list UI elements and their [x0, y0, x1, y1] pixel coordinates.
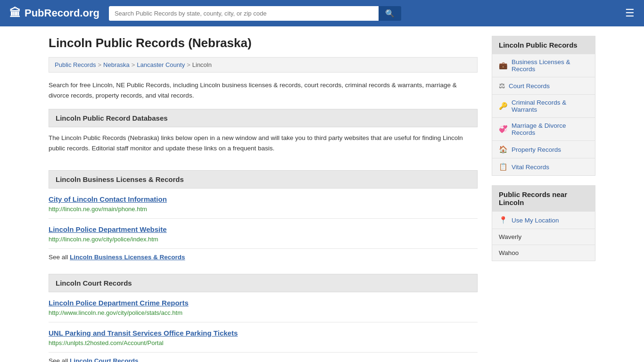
sidebar-records-box: Lincoln Public Records 💼 Business Licens…: [492, 36, 595, 176]
court-header: Lincoln Court Records: [49, 274, 478, 292]
search-input[interactable]: [109, 6, 379, 21]
lincoln-crime-reports-url[interactable]: http://www.lincoln.ne.gov/city/police/st…: [49, 309, 182, 316]
sidebar-item-business-label: Business Licenses & Records: [512, 58, 588, 73]
lincoln-crime-reports-link[interactable]: Lincoln Police Department Crime Reports: [49, 299, 478, 307]
sidebar-item-vital-label: Vital Records: [512, 164, 549, 171]
court-record-2: UNL Parking and Transit Services Office …: [49, 322, 478, 353]
logo-icon: 🏛: [9, 7, 21, 20]
business-header: Lincoln Business Licenses & Records: [49, 170, 478, 189]
location-icon: 📍: [499, 216, 508, 224]
sidebar-nearby-title: Public Records near Lincoln: [492, 186, 595, 211]
databases-header: Lincoln Public Record Databases: [49, 109, 478, 127]
use-location-label: Use My Location: [512, 217, 559, 224]
sidebar: Lincoln Public Records 💼 Business Licens…: [492, 36, 595, 362]
clipboard-icon: 📋: [499, 163, 508, 171]
header: 🏛 PubRecord.org 🔍 ☰: [0, 0, 644, 26]
breadcrumb-sep-2: >: [132, 61, 135, 68]
search-button[interactable]: 🔍: [379, 6, 401, 21]
sidebar-nearby-wahoo[interactable]: Wahoo: [492, 245, 595, 261]
sidebar-nearby-waverly[interactable]: Waverly: [492, 229, 595, 245]
business-section: Lincoln Business Licenses & Records City…: [49, 170, 478, 263]
sidebar-item-marriage[interactable]: 💞 Marriage & Divorce Records: [492, 117, 595, 140]
breadcrumb-lancaster[interactable]: Lancaster County: [137, 61, 185, 68]
court-record-1: Lincoln Police Department Crime Reports …: [49, 292, 478, 322]
court-see-all-link[interactable]: Lincoln Court Records: [70, 357, 139, 362]
sidebar-item-marriage-label: Marriage & Divorce Records: [512, 122, 588, 136]
business-see-all: See all Lincoln Business Licenses & Reco…: [49, 249, 478, 263]
sidebar-item-court-label: Court Records: [509, 82, 550, 90]
business-see-all-link[interactable]: Lincoln Business Licenses & Records: [70, 254, 185, 261]
breadcrumb-sep-3: >: [187, 61, 190, 68]
main-container: Lincoln Public Records (Nebraska) Public…: [39, 26, 605, 362]
sidebar-item-business[interactable]: 💼 Business Licenses & Records: [492, 54, 595, 77]
sidebar-item-property[interactable]: 🏠 Property Records: [492, 140, 595, 158]
menu-button[interactable]: ☰: [625, 7, 635, 19]
briefcase-icon: 💼: [499, 61, 508, 70]
court-see-all-text: See all: [49, 357, 70, 362]
description: Search for free Lincoln, NE Public Recor…: [49, 80, 478, 100]
breadcrumb-sep-1: >: [98, 61, 101, 68]
logo-text: PubRecord.org: [25, 7, 99, 19]
sidebar-item-property-label: Property Records: [512, 146, 561, 153]
waverly-label: Waverly: [499, 233, 521, 240]
business-record-2: Lincoln Police Department Website http:/…: [49, 219, 478, 249]
city-lincoln-contact-url[interactable]: http://lincoln.ne.gov/main/phone.htm: [49, 206, 147, 213]
heart-icon: 💞: [499, 125, 508, 133]
content: Lincoln Public Records (Nebraska) Public…: [49, 36, 478, 362]
unl-parking-url[interactable]: https://unlpts.t2hosted.com/Account/Port…: [49, 339, 164, 346]
search-icon: 🔍: [385, 9, 395, 17]
scales-icon: ⚖: [499, 82, 505, 90]
sidebar-item-vital[interactable]: 📋 Vital Records: [492, 158, 595, 175]
search-form: 🔍: [109, 6, 401, 21]
breadcrumb: Public Records > Nebraska > Lancaster Co…: [49, 57, 478, 73]
court-section: Lincoln Court Records Lincoln Police Dep…: [49, 274, 478, 362]
unl-parking-link[interactable]: UNL Parking and Transit Services Office …: [49, 329, 478, 337]
breadcrumb-public-records[interactable]: Public Records: [55, 61, 96, 68]
business-record-1: City of Lincoln Contact Information http…: [49, 189, 478, 219]
sidebar-item-court[interactable]: ⚖ Court Records: [492, 77, 595, 94]
key-icon: 🔑: [499, 102, 508, 110]
city-lincoln-contact-link[interactable]: City of Lincoln Contact Information: [49, 195, 478, 203]
databases-intro: The Lincoln Public Records (Nebraska) li…: [49, 127, 478, 159]
business-see-all-text: See all: [49, 254, 70, 261]
home-icon: 🏠: [499, 145, 508, 154]
logo[interactable]: 🏛 PubRecord.org: [9, 7, 99, 20]
sidebar-item-criminal[interactable]: 🔑 Criminal Records & Warrants: [492, 94, 595, 117]
court-see-all: See all Lincoln Court Records: [49, 353, 478, 362]
lincoln-police-website-link[interactable]: Lincoln Police Department Website: [49, 225, 478, 233]
sidebar-use-location[interactable]: 📍 Use My Location: [492, 211, 595, 229]
sidebar-nearby-box: Public Records near Lincoln 📍 Use My Loc…: [492, 185, 595, 261]
wahoo-label: Wahoo: [499, 249, 519, 256]
page-title: Lincoln Public Records (Nebraska): [49, 36, 478, 50]
breadcrumb-lincoln: Lincoln: [192, 61, 212, 68]
sidebar-item-criminal-label: Criminal Records & Warrants: [512, 99, 588, 113]
databases-section: Lincoln Public Record Databases The Linc…: [49, 109, 478, 159]
sidebar-records-title: Lincoln Public Records: [492, 36, 595, 54]
menu-icon: ☰: [625, 7, 635, 19]
lincoln-police-website-url[interactable]: http://lincoln.ne.gov/city/police/index.…: [49, 236, 158, 243]
breadcrumb-nebraska[interactable]: Nebraska: [103, 61, 130, 68]
